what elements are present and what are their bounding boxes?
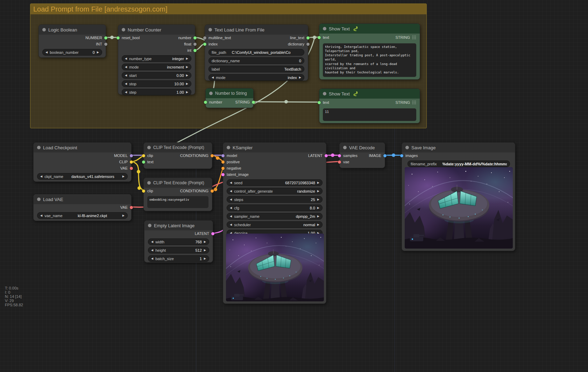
widget-file-path[interactable]: file_pathC:\ComfyUI_windows_portable\Co xyxy=(208,49,304,56)
slot-model-output[interactable]: MODEL xyxy=(114,153,133,158)
decrement-arrow[interactable]: ◀ xyxy=(125,74,127,77)
increment-arrow[interactable]: ▶ xyxy=(317,223,319,226)
node-titlebar[interactable]: Save Image xyxy=(402,143,515,152)
slot-positive-input[interactable]: positive xyxy=(221,160,240,164)
collapse-dot[interactable] xyxy=(323,27,326,30)
increment-arrow[interactable]: ▶ xyxy=(122,175,125,178)
slot-multiline-text-input[interactable]: multiline_text xyxy=(203,36,231,40)
collapse-dot[interactable] xyxy=(405,146,409,149)
node-titlebar[interactable]: Number Counter xyxy=(118,25,195,35)
slot-line-text-output[interactable]: line_text xyxy=(290,36,310,40)
decrement-arrow[interactable]: ◀ xyxy=(125,57,127,60)
collapse-dot[interactable] xyxy=(209,92,213,95)
string-widget-badge[interactable]: STRING xyxy=(395,35,416,40)
decrement-arrow[interactable]: ◀ xyxy=(212,76,214,79)
node-save-image[interactable]: Save Image images filename_prefix%date:y… xyxy=(402,142,515,251)
widget-label[interactable]: labelTextBatch xyxy=(208,66,304,72)
node-number-counter[interactable]: Number Counter reset_bool number float i… xyxy=(118,24,195,95)
reroute-dot[interactable] xyxy=(216,156,219,160)
slot-number-input[interactable]: number xyxy=(204,100,222,104)
slot-reset-bool-input[interactable]: reset_bool xyxy=(116,36,140,40)
node-titlebar[interactable]: Load Checkpoint xyxy=(34,143,131,152)
collapse-dot[interactable] xyxy=(208,28,212,31)
slot-text-input[interactable]: text xyxy=(142,160,154,164)
widget-height[interactable]: ◀height512▶ xyxy=(148,247,209,253)
decrement-arrow[interactable]: ◀ xyxy=(230,181,232,184)
node-titlebar[interactable]: KSampler xyxy=(223,143,326,152)
increment-arrow[interactable]: ▶ xyxy=(317,215,319,218)
widget-seed[interactable]: ◀seed68720710983348▶ xyxy=(227,179,323,186)
increment-arrow[interactable]: ▶ xyxy=(186,66,188,69)
collapse-dot[interactable] xyxy=(227,146,230,149)
collapse-dot[interactable] xyxy=(42,28,46,31)
slot-latent-image-input[interactable]: latent_image xyxy=(221,172,249,177)
slot-images-input[interactable]: images xyxy=(400,153,418,158)
widget-step[interactable]: ◀step1.00▶ xyxy=(122,89,191,95)
slot-vae-input[interactable]: vae xyxy=(338,160,349,164)
slot-image-output[interactable]: IMAGE xyxy=(369,153,387,158)
reroute-dot[interactable] xyxy=(137,170,140,173)
widget-start[interactable]: ◀start0.00▶ xyxy=(122,72,191,79)
node-titlebar[interactable]: VAE Decode xyxy=(340,143,385,152)
slot-clip-output[interactable]: CLIP xyxy=(119,160,133,164)
node-empty-latent-image[interactable]: Empty Latent Image LATENT ◀width768▶ ◀he… xyxy=(144,220,213,263)
group-header[interactable]: Load Prompt from File [andreszsogon.com] xyxy=(30,4,426,14)
reroute-dot[interactable] xyxy=(331,153,334,157)
collapse-dot[interactable] xyxy=(147,146,151,149)
decrement-arrow[interactable]: ◀ xyxy=(230,223,232,226)
slot-text-input[interactable]: text xyxy=(318,35,329,40)
slot-number-output[interactable]: NUMBER xyxy=(85,36,107,40)
node-show-text-2[interactable]: Show Text text STRING 11 xyxy=(319,88,420,123)
slot-dictionary-output[interactable]: dictionary xyxy=(288,42,310,46)
reroute-dot[interactable] xyxy=(137,186,141,190)
decrement-arrow[interactable]: ◀ xyxy=(40,214,42,217)
node-titlebar[interactable]: Text Load Line From File xyxy=(205,25,308,35)
widget-vae-name[interactable]: ◀vae_namekl-f8-anime2.ckpt▶ xyxy=(37,212,128,219)
collapse-dot[interactable] xyxy=(343,146,347,149)
reroute-dot[interactable] xyxy=(214,188,217,191)
widget-batch-size[interactable]: ◀batch_size1▶ xyxy=(148,255,209,262)
slot-latent-output[interactable]: LATENT xyxy=(308,153,328,158)
collapse-dot[interactable] xyxy=(323,92,326,95)
decrement-arrow[interactable]: ◀ xyxy=(125,91,127,94)
prompt-textarea[interactable]: embedding:easynegativ xyxy=(147,196,208,208)
slot-float-output[interactable]: float xyxy=(184,42,197,46)
collapse-dot[interactable] xyxy=(148,224,151,227)
node-titlebar[interactable]: Number to String xyxy=(206,88,253,98)
increment-arrow[interactable]: ▶ xyxy=(317,190,319,193)
slot-int-output[interactable]: INT xyxy=(96,42,107,46)
node-load-vae[interactable]: Load VAE VAE ◀vae_namekl-f8-anime2.ckpt▶ xyxy=(33,194,132,221)
slot-int-output[interactable]: int xyxy=(187,48,197,52)
widget-stop[interactable]: ◀stop10.00▶ xyxy=(122,80,191,87)
widget-dictionary-name[interactable]: dictionary_name0 xyxy=(208,57,304,64)
node-titlebar[interactable]: CLIP Text Encode (Prompt) xyxy=(144,178,212,188)
decrement-arrow[interactable]: ◀ xyxy=(125,83,127,85)
widget-width[interactable]: ◀width768▶ xyxy=(148,238,209,245)
slot-number-output[interactable]: number xyxy=(178,36,197,40)
widget-steps[interactable]: ◀steps25▶ xyxy=(227,196,323,203)
slot-conditioning-output[interactable]: CONDITIONING xyxy=(180,189,214,193)
node-titlebar[interactable]: Load VAE xyxy=(34,194,131,204)
increment-arrow[interactable]: ▶ xyxy=(204,257,206,260)
widget-scheduler[interactable]: ◀schedulernormal▶ xyxy=(227,221,323,228)
node-titlebar[interactable]: Empty Latent Image xyxy=(144,221,213,230)
drag-handle-icon[interactable] xyxy=(412,35,416,40)
increment-arrow[interactable]: ▶ xyxy=(97,51,99,54)
decrement-arrow[interactable]: ◀ xyxy=(45,51,48,54)
widget-boolean-number[interactable]: ◀boolean_number0▶ xyxy=(42,49,102,56)
slot-string-output[interactable]: STRING xyxy=(235,100,255,104)
widget-mode[interactable]: ◀modeindex▶ xyxy=(208,74,304,81)
node-titlebar[interactable]: Show Text xyxy=(319,24,420,34)
increment-arrow[interactable]: ▶ xyxy=(317,181,319,184)
node-load-checkpoint[interactable]: Load Checkpoint MODEL CLIP VAE ◀ckpt_nam… xyxy=(33,142,132,182)
widget-mode[interactable]: ◀modeincrement▶ xyxy=(122,64,191,70)
slot-clip-input[interactable]: clip xyxy=(142,189,153,193)
widget-number-type[interactable]: ◀number_typeinteger▶ xyxy=(122,55,191,62)
increment-arrow[interactable]: ▶ xyxy=(186,83,188,85)
widget-control-after-generate[interactable]: ◀control_after_generaterandomize▶ xyxy=(227,188,323,194)
increment-arrow[interactable]: ▶ xyxy=(186,91,188,94)
string-widget-badge[interactable]: STRING xyxy=(395,100,416,105)
node-number-to-string[interactable]: Number to String number STRING xyxy=(205,88,254,108)
slot-clip-input[interactable]: clip xyxy=(142,153,153,158)
increment-arrow[interactable]: ▶ xyxy=(317,207,319,209)
